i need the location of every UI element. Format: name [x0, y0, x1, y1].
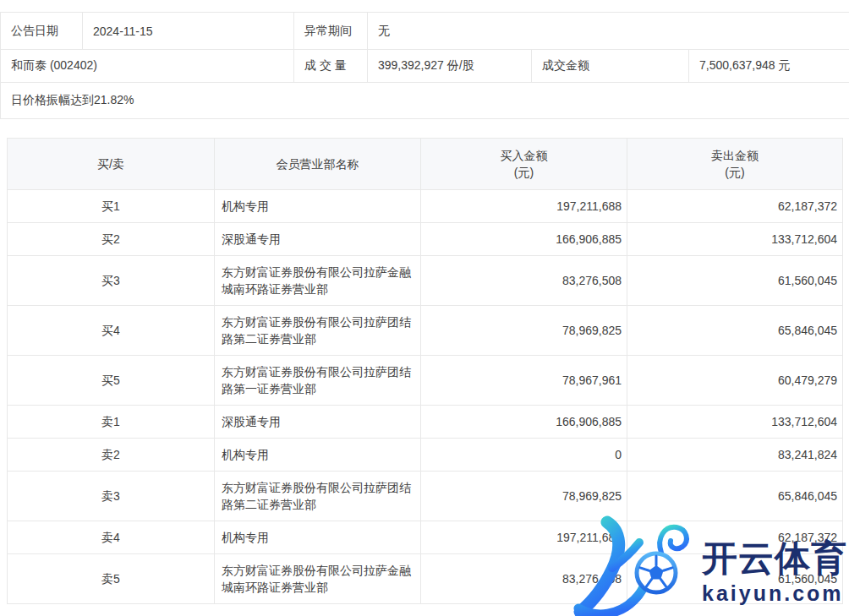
buy-amount-cell: 166,906,885 — [421, 406, 627, 439]
sell-amount-cell: 61,560,045 — [627, 256, 843, 306]
branch-cell: 机构专用 — [215, 190, 421, 223]
col-header-buy-sell: 买/卖 — [8, 139, 215, 190]
buy-amount-unit: (元) — [421, 164, 627, 181]
buy-amount-cell: 78,969,825 — [421, 306, 627, 356]
sell-amount-cell: 65,846,045 — [627, 306, 843, 356]
sell-amount-cell: 133,712,604 — [627, 223, 843, 256]
buy-amount-cell: 197,211,688 — [421, 190, 627, 223]
branch-cell: 东方财富证券股份有限公司拉萨金融城南环路证券营业部 — [215, 256, 421, 306]
table-row: 卖4机构专用197,211,68862,187,372 — [8, 521, 843, 554]
sell-amount-unit: (元) — [627, 164, 842, 181]
rank-cell: 买4 — [8, 306, 215, 356]
buy-amount-cell: 83,276,508 — [421, 554, 627, 604]
announcement-date-value: 2024-11-15 — [83, 13, 294, 50]
abnormal-period-value: 无 — [368, 13, 849, 50]
table-row: 买1机构专用197,211,68862,187,372 — [8, 190, 843, 223]
rank-cell: 买3 — [8, 256, 215, 306]
branch-cell: 深股通专用 — [215, 223, 421, 256]
broker-trade-table: 买/卖 会员营业部名称 买入金额 (元) 卖出金额 (元) 买1机构专用197,… — [7, 138, 843, 604]
buy-amount-cell: 166,906,885 — [421, 223, 627, 256]
stock-name: 和而泰 (002402) — [1, 50, 294, 83]
branch-cell: 机构专用 — [215, 439, 421, 472]
buy-amount-cell: 197,211,688 — [421, 521, 627, 554]
price-amplitude-note: 日价格振幅达到21.82% — [1, 83, 849, 119]
buy-amount-cell: 83,276,508 — [421, 256, 627, 306]
turnover-value: 7,500,637,948 元 — [689, 50, 849, 83]
buy-amount-cell: 78,967,961 — [421, 356, 627, 406]
turnover-label: 成交金额 — [532, 50, 689, 83]
rank-cell: 买1 — [8, 190, 215, 223]
table-row: 卖1深股通专用166,906,885133,712,604 — [8, 406, 843, 439]
announcement-date-label: 公告日期 — [1, 13, 83, 50]
rank-cell: 卖2 — [8, 439, 215, 472]
buy-amount-cell: 0 — [421, 439, 627, 472]
branch-cell: 深股通专用 — [215, 406, 421, 439]
table-row: 买4东方财富证券股份有限公司拉萨团结路第二证券营业部78,969,82565,8… — [8, 306, 843, 356]
info-row-note: 日价格振幅达到21.82% — [1, 83, 849, 119]
sell-amount-cell: 62,187,372 — [627, 521, 843, 554]
volume-label: 成 交 量 — [294, 50, 368, 83]
info-row-stock: 和而泰 (002402) 成 交 量 399,392,927 份/股 成交金额 … — [1, 50, 849, 83]
rank-cell: 卖3 — [8, 472, 215, 521]
sell-amount-cell: 62,187,372 — [627, 190, 843, 223]
abnormal-period-label: 异常期间 — [294, 13, 368, 50]
rank-cell: 卖1 — [8, 406, 215, 439]
table-row: 买5东方财富证券股份有限公司拉萨团结路第一证券营业部78,967,96160,4… — [8, 356, 843, 406]
stock-info-table: 公告日期 2024-11-15 异常期间 无 和而泰 (002402) 成 交 … — [0, 12, 849, 119]
col-header-buy-amount: 买入金额 (元) — [421, 139, 627, 190]
col-header-sell-amount: 卖出金额 (元) — [627, 139, 843, 190]
volume-value: 399,392,927 份/股 — [368, 50, 532, 83]
buy-amount-title: 买入金额 — [421, 147, 627, 164]
branch-cell: 机构专用 — [215, 521, 421, 554]
info-row-date: 公告日期 2024-11-15 异常期间 无 — [1, 13, 849, 50]
branch-cell: 东方财富证券股份有限公司拉萨团结路第一证券营业部 — [215, 356, 421, 406]
table-row: 卖2机构专用083,241,824 — [8, 439, 843, 472]
sell-amount-cell: 133,712,604 — [627, 406, 843, 439]
buy-amount-cell: 78,969,825 — [421, 472, 627, 521]
table-row: 卖3东方财富证券股份有限公司拉萨团结路第二证券营业部78,969,82565,8… — [8, 472, 843, 521]
branch-cell: 东方财富证券股份有限公司拉萨团结路第二证券营业部 — [215, 306, 421, 356]
sell-amount-cell: 60,479,279 — [627, 356, 843, 406]
table-row: 买2深股通专用166,906,885133,712,604 — [8, 223, 843, 256]
col-header-branch: 会员营业部名称 — [215, 139, 421, 190]
branch-cell: 东方财富证券股份有限公司拉萨团结路第二证券营业部 — [215, 472, 421, 521]
sell-amount-title: 卖出金额 — [627, 147, 842, 164]
table-row: 买3东方财富证券股份有限公司拉萨金融城南环路证券营业部83,276,50861,… — [8, 256, 843, 306]
sell-amount-cell: 65,846,045 — [627, 472, 843, 521]
branch-cell: 东方财富证券股份有限公司拉萨金融城南环路证券营业部 — [215, 554, 421, 604]
sell-amount-cell: 61,560,045 — [627, 554, 843, 604]
rank-cell: 买5 — [8, 356, 215, 406]
rank-cell: 卖4 — [8, 521, 215, 554]
table-header-row: 买/卖 会员营业部名称 买入金额 (元) 卖出金额 (元) — [8, 139, 843, 190]
rank-cell: 卖5 — [8, 554, 215, 604]
table-row: 卖5东方财富证券股份有限公司拉萨金融城南环路证券营业部83,276,50861,… — [8, 554, 843, 604]
rank-cell: 买2 — [8, 223, 215, 256]
sell-amount-cell: 83,241,824 — [627, 439, 843, 472]
